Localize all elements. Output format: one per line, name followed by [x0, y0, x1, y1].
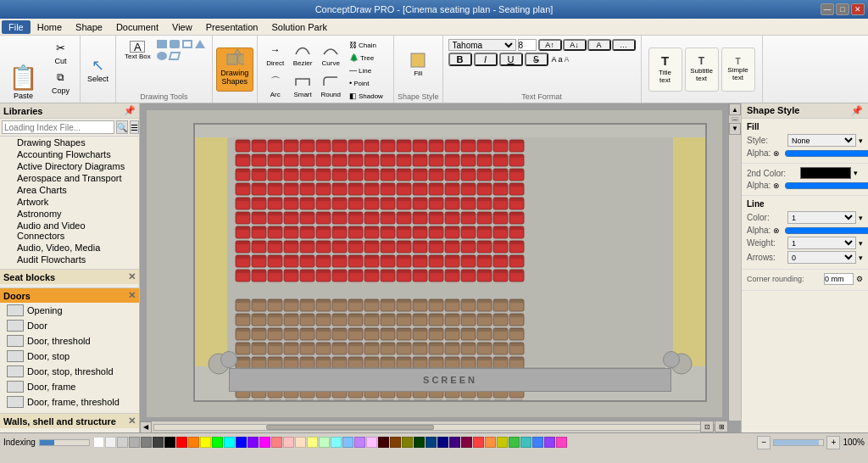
line-button[interactable]: —Line	[346, 64, 388, 76]
grid-toggle[interactable]: ⊞	[715, 421, 728, 432]
line-weight-select[interactable]: 1 2 3	[787, 237, 856, 249]
palette-swatch[interactable]	[544, 437, 555, 448]
lib-astronomy[interactable]: Astronomy	[0, 208, 139, 220]
bold-button[interactable]: B	[448, 53, 472, 66]
italic-button[interactable]: I	[474, 53, 498, 66]
font-size-up[interactable]: A↑	[538, 39, 562, 51]
palette-swatch[interactable]	[354, 437, 365, 448]
palette-swatch[interactable]	[307, 437, 318, 448]
palette-swatch[interactable]	[176, 437, 187, 448]
palette-swatch[interactable]	[532, 437, 543, 448]
palette-swatch[interactable]	[248, 437, 259, 448]
palette-swatch[interactable]	[283, 437, 294, 448]
fill-style-select[interactable]: None Solid Gradient	[787, 134, 856, 147]
search-button[interactable]: 🔍	[116, 120, 128, 134]
walls-header[interactable]: Walls, shell and structure ✕	[0, 414, 139, 428]
point-button[interactable]: •Point	[346, 77, 388, 89]
door-item-opening[interactable]: Opening	[0, 303, 139, 318]
arc-button[interactable]: ⌒ Arc	[263, 70, 288, 100]
lib-audio-video-media[interactable]: Audio, Video, Media	[0, 242, 139, 254]
palette-swatch[interactable]	[295, 437, 306, 448]
palette-swatch[interactable]	[164, 437, 175, 448]
palette-swatch[interactable]	[236, 437, 247, 448]
doors-header[interactable]: Doors ✕	[0, 288, 139, 303]
tool-5[interactable]	[156, 51, 168, 62]
door-item-stop[interactable]: Door, stop	[0, 349, 139, 364]
drawing-canvas[interactable]: SCREEN	[147, 110, 722, 417]
tool-2[interactable]	[169, 39, 181, 50]
door-item-frame-threshold[interactable]: Door, frame, threshold	[0, 394, 139, 410]
seat-blocks-close[interactable]: ✕	[128, 271, 136, 282]
tool-1[interactable]	[156, 39, 168, 50]
strikethrough-button[interactable]: S̶	[525, 53, 548, 66]
underline-button[interactable]: U	[499, 53, 523, 66]
second-color-options[interactable]: ▾	[854, 169, 858, 177]
cut-button[interactable]: ✂ Cut	[45, 37, 76, 66]
palette-swatch[interactable]	[366, 437, 377, 448]
palette-swatch[interactable]	[200, 437, 211, 448]
lib-area-charts[interactable]: Area Charts	[0, 184, 139, 196]
vertical-scrollbar[interactable]: ▲ ▼	[728, 103, 741, 421]
menu-file[interactable]: File	[2, 20, 31, 34]
palette-swatch[interactable]	[141, 437, 152, 448]
lib-accounting[interactable]: Accounting Flowcharts	[0, 148, 139, 160]
bezier-button[interactable]: Bezier	[290, 39, 316, 69]
lib-drawing-shapes[interactable]: Drawing Shapes	[0, 137, 139, 148]
palette-swatch[interactable]	[497, 437, 508, 448]
line-alpha-slider[interactable]	[784, 226, 868, 235]
palette-swatch[interactable]	[437, 437, 448, 448]
direct-button[interactable]: → Direct	[263, 39, 288, 69]
palette-swatch[interactable]	[473, 437, 484, 448]
palette-swatch[interactable]	[485, 437, 496, 448]
scroll-down[interactable]: ▼	[729, 123, 741, 135]
font-select[interactable]: Tahoma	[448, 39, 516, 51]
round-button[interactable]: Round	[317, 70, 344, 100]
font-size-down[interactable]: A↓	[563, 39, 587, 51]
title-text-button[interactable]: T Title text	[648, 47, 682, 92]
lib-active-directory[interactable]: Active Directory Diagrams	[0, 160, 139, 172]
tool-4[interactable]	[194, 39, 206, 50]
zoom-slider[interactable]	[773, 439, 824, 446]
panel-pin[interactable]: 📌	[851, 105, 863, 116]
palette-swatch[interactable]	[117, 437, 128, 448]
menu-shape[interactable]: Shape	[69, 20, 109, 34]
fill-alpha-slider[interactable]	[784, 149, 868, 158]
walls-close[interactable]: ✕	[128, 416, 136, 427]
palette-swatch[interactable]	[509, 437, 520, 448]
doors-close[interactable]: ✕	[128, 290, 136, 301]
menu-presentation[interactable]: Presentation	[199, 20, 265, 34]
search-input[interactable]	[2, 120, 114, 134]
menu-home[interactable]: Home	[31, 20, 69, 34]
door-item-frame[interactable]: Door, frame	[0, 379, 139, 394]
canvas-area[interactable]: SCREEN ◀ ▶ ▲ ▼ ⊡ ⊞	[140, 103, 741, 432]
horizontal-scrollbar[interactable]: ◀ ▶	[140, 421, 728, 432]
fill-style-options[interactable]: ▾	[859, 137, 863, 145]
drawing-shapes-button[interactable]: Drawing Shapes	[216, 47, 253, 92]
line-weight-options[interactable]: ▾	[859, 239, 863, 248]
smart-button[interactable]: Smart	[290, 70, 316, 100]
lib-audio-video[interactable]: Audio and Video Connectors	[0, 220, 139, 242]
line-arrows-options[interactable]: ▾	[859, 254, 863, 262]
palette-swatch[interactable]	[224, 437, 235, 448]
menu-document[interactable]: Document	[109, 20, 165, 34]
corner-rounding-input[interactable]	[824, 273, 854, 285]
curve-button[interactable]: Curve	[317, 39, 344, 69]
list-view-button[interactable]: ☰	[130, 120, 139, 134]
palette-swatch[interactable]	[402, 437, 413, 448]
palette-swatch[interactable]	[520, 437, 531, 448]
fill-button[interactable]: Fill	[405, 49, 431, 79]
palette-swatch[interactable]	[259, 437, 270, 448]
zoom-fit[interactable]: ⊡	[700, 421, 714, 432]
palette-swatch[interactable]	[153, 437, 164, 448]
palette-swatch[interactable]	[342, 437, 353, 448]
scroll-up[interactable]: ▲	[729, 103, 741, 115]
palette-swatch[interactable]	[212, 437, 223, 448]
copy-button[interactable]: ⧉ Copy	[45, 67, 76, 96]
shadow-button[interactable]: ◧Shadow	[346, 90, 388, 102]
palette-swatch[interactable]	[461, 437, 472, 448]
zoom-out-button[interactable]: −	[757, 436, 771, 449]
lib-aerospace[interactable]: Aerospace and Transport	[0, 172, 139, 184]
door-item-threshold[interactable]: Door, threshold	[0, 333, 139, 349]
select-button[interactable]: ↖ Select	[84, 54, 112, 85]
palette-swatch[interactable]	[93, 437, 104, 448]
